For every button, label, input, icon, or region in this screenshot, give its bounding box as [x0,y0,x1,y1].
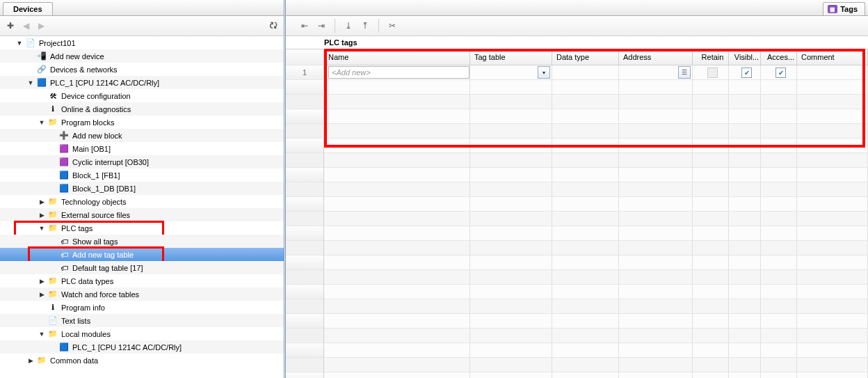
row-number-empty [286,241,324,255]
row-number-empty [286,80,324,95]
tree-node[interactable]: 📲Add new device [0,49,284,63]
node-icon: 🟦 [58,342,70,353]
tree-node[interactable]: 🛠Device configuration [0,89,284,102]
tree-node[interactable]: 🔗Devices & networks [0,63,284,76]
column-header[interactable]: Visibl... [729,49,761,65]
table-row[interactable]: <Add new>▾☰✔✔ [324,65,868,80]
caret-open-icon[interactable]: ▼ [26,79,35,87]
empty-cell [729,168,761,182]
tree-node[interactable]: ▶📁Watch and force tables [0,288,284,301]
tree-node[interactable]: 🟦Block_1 [FB1] [0,168,284,182]
row-number-empty [286,314,324,329]
caret-closed-icon[interactable]: ▶ [38,211,46,219]
column-header[interactable]: Acces... [761,49,797,65]
export-icon[interactable]: ⤓ [342,19,355,32]
tree-node[interactable]: 🏷Add new tag table [0,248,284,261]
caret-open-icon[interactable]: ▼ [38,330,46,338]
empty-cell [324,329,470,342]
caret-closed-icon[interactable]: ▶ [26,356,35,365]
cell-address[interactable]: ☰ [619,65,693,79]
empty-cell [693,80,729,94]
empty-cell [552,314,619,328]
address-picker-icon[interactable]: ☰ [678,66,691,79]
tree-node[interactable]: ▶📁PLC data types [0,274,284,288]
project-tree[interactable]: ▼📄Project101📲Add new device🔗Devices & ne… [0,36,284,378]
nav-forward-icon[interactable]: ▶ [35,19,47,32]
caret-closed-icon[interactable]: ▶ [38,198,46,206]
cell-comment[interactable] [797,65,868,79]
empty-cell [761,124,797,138]
tree-node[interactable]: ▶📁External source files [0,208,284,221]
column-header[interactable]: Comment [797,49,868,65]
node-icon: 🟦 [58,183,70,194]
tree-node[interactable]: ▶📁Common data [0,354,284,367]
row-number-empty [286,124,324,139]
tab-devices[interactable]: Devices [3,2,53,15]
tree-node[interactable]: 🏷Show all tags [0,235,284,248]
tree-node[interactable]: 🟪Main [OB1] [0,142,284,155]
tree-node[interactable]: 🏷Default tag table [17] [0,261,284,274]
tools-icon[interactable]: ✂ [386,19,399,32]
tree-node[interactable]: ▼📁Local modules [0,327,284,340]
node-label: PLC tags [61,224,93,233]
caret-closed-icon[interactable]: ▶ [38,277,46,285]
retain-checkbox[interactable] [707,68,718,78]
empty-cell [761,168,797,182]
add-new-tag-input[interactable]: <Add new> [328,66,469,79]
visible-checkbox[interactable]: ✔ [741,68,752,78]
tag-table-dropdown-icon[interactable]: ▾ [538,66,550,79]
indent-left-icon[interactable]: ⇤ [298,19,311,32]
node-icon: 📁 [47,289,58,300]
cell-data-type[interactable] [552,65,619,79]
caret-open-icon[interactable]: ▼ [15,39,24,47]
empty-cell [552,329,619,342]
row-number-empty [286,329,324,343]
accessible-checkbox[interactable]: ✔ [775,68,786,78]
new-item-icon[interactable]: ✚ [4,19,17,32]
tags-grid: 1 NameTag tableData typeAddressRetainVis… [286,49,868,378]
tree-node[interactable]: ➕Add new block [0,129,284,142]
cell-retain[interactable] [693,65,729,79]
empty-cell [324,153,470,167]
indent-right-icon[interactable]: ⇥ [315,19,328,32]
column-header[interactable]: Address [619,49,693,65]
node-icon: 🏷 [58,236,70,247]
app-root: Devices ✚ ◀ ▶ 🗘 ▼📄Project101📲Add new dev… [0,0,868,378]
caret-open-icon[interactable]: ▼ [38,118,46,127]
empty-cell [470,80,552,94]
tree-node[interactable]: ▼📄Project101 [0,36,284,49]
cell-visible[interactable]: ✔ [729,65,761,79]
tab-tags[interactable]: ▦ Tags [823,2,865,15]
empty-cell [729,124,761,138]
row-number[interactable]: 1 [286,65,324,80]
tree-node[interactable]: ℹOnline & diagnostics [0,102,284,116]
caret-closed-icon[interactable]: ▶ [38,290,46,299]
tree-node[interactable]: 🟪Cyclic interrupt [OB30] [0,155,284,168]
column-header[interactable]: Retain [693,49,729,65]
column-header[interactable]: Tag table [470,49,552,65]
column-header[interactable]: Name [324,49,470,65]
empty-cell [324,299,470,313]
empty-cell [619,95,693,109]
tree-node[interactable]: ▼📁Program blocks [0,116,284,129]
tree-node[interactable]: 🟦Block_1_DB [DB1] [0,182,284,195]
tree-node[interactable]: ℹProgram info [0,301,284,314]
cell-name[interactable]: <Add new> [324,65,470,79]
empty-cell [470,95,552,109]
empty-cell [729,153,761,167]
caret-open-icon[interactable]: ▼ [38,224,46,233]
tree-node[interactable]: 📄Text lists [0,314,284,327]
refresh-icon[interactable]: 🗘 [267,19,280,32]
nav-back-icon[interactable]: ◀ [19,19,32,32]
cell-tag-table[interactable]: ▾ [470,65,552,79]
empty-cell [552,372,619,378]
empty-cell [693,212,729,226]
tree-node[interactable]: ▼📁PLC tags [0,221,284,235]
cell-accessible[interactable]: ✔ [761,65,797,79]
column-header[interactable]: Data type [552,49,619,65]
tree-node[interactable]: 🟦PLC_1 [CPU 1214C AC/DC/Rly] [0,340,284,354]
tree-node[interactable]: ▶📁Technology objects [0,195,284,208]
empty-cell [693,153,729,167]
import-icon[interactable]: ⤒ [359,19,371,32]
tree-node[interactable]: ▼🟦PLC_1 [CPU 1214C AC/DC/Rly] [0,76,284,89]
